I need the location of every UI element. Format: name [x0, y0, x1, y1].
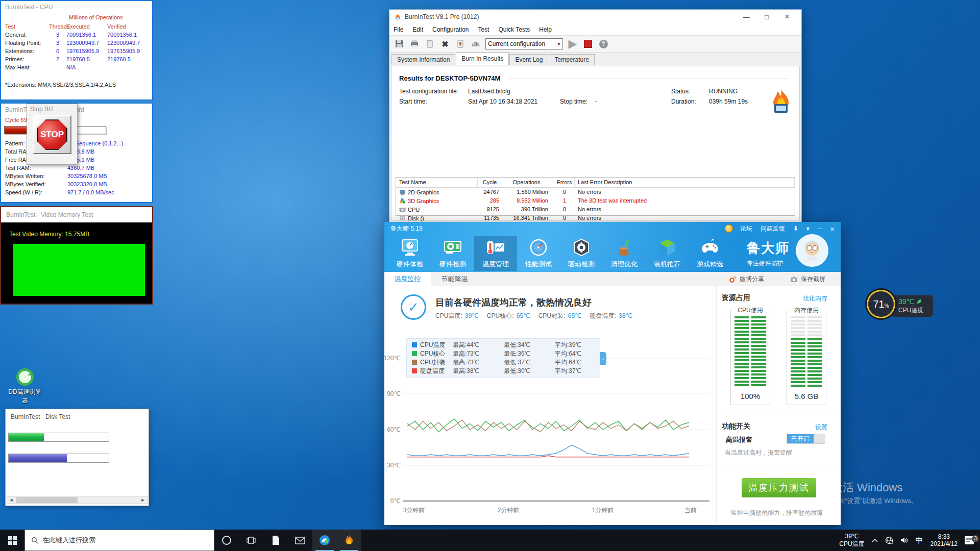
- taskbar: 在此键入进行搜索 39℃ CPU温度 中 8:33 2021/4/12 3: [0, 530, 980, 551]
- stop-tests-button[interactable]: [582, 38, 594, 49]
- menu-item-help[interactable]: Help: [539, 26, 552, 33]
- save-screenshot-button[interactable]: 保存截屏: [790, 272, 825, 286]
- svg-text:90℃: 90℃: [387, 390, 401, 397]
- new-config-icon[interactable]: [424, 38, 435, 49]
- nav-item-label: 清理优化: [611, 260, 638, 269]
- tray-cpu-temp[interactable]: 39℃ CPU温度: [836, 533, 868, 548]
- scroll-right-icon[interactable]: ►: [139, 496, 147, 504]
- nav-item-硬件检测[interactable]: 硬件检测: [431, 236, 474, 271]
- stop-bit-button[interactable]: STOP: [33, 115, 71, 154]
- cpu-row-executed: 219760.5: [66, 55, 107, 63]
- start-tests-button[interactable]: ▶: [567, 38, 578, 49]
- minimize-button[interactable]: —: [736, 13, 756, 21]
- save-report-icon[interactable]: [394, 38, 405, 49]
- high-temp-alarm-toggle[interactable]: 已开启: [787, 434, 825, 444]
- ludashi-sidebar: 资源占用 优化内存 CPU使用 100% 内存使用 5.6 GB 功能开关 设置…: [716, 286, 841, 525]
- svg-text:2分钟前: 2分钟前: [498, 507, 520, 514]
- taskbar-app-document[interactable]: [263, 530, 288, 551]
- table-row[interactable]: 2D Graphics247671.560 Million0No errors: [396, 188, 795, 196]
- cpu-usage-value: 100%: [731, 392, 770, 400]
- taskbar-app-mail[interactable]: [288, 530, 312, 551]
- menu-item-quick-tests[interactable]: Quick Tests: [498, 26, 530, 33]
- desktop-icon-dd-browser[interactable]: DD高速浏览 器: [5, 368, 45, 405]
- tab-burn-in-results[interactable]: Burn In Results: [456, 53, 509, 65]
- maximize-button[interactable]: □: [756, 13, 777, 21]
- nav-item-驱动检测[interactable]: 驱动检测: [560, 236, 603, 271]
- legend-max: 最高:73℃: [453, 349, 504, 358]
- driver-detect-icon: [571, 237, 592, 258]
- stop-time-label: Stop time:: [560, 98, 587, 105]
- network-globe-icon[interactable]: [881, 536, 897, 544]
- tray-chevron-icon[interactable]: [868, 538, 881, 542]
- optimize-memory-link[interactable]: 优化内存: [803, 294, 827, 303]
- cpu-window-title: BurnInTest - CPU: [5, 4, 53, 11]
- gauge-icon[interactable]: [470, 38, 481, 49]
- temperature-stress-test-button[interactable]: 温度压力测试: [742, 478, 816, 497]
- tab-system-information[interactable]: System Information: [391, 54, 455, 65]
- cpu-row-label: Extensions:: [5, 47, 49, 55]
- scroll-left-icon[interactable]: ◄: [7, 496, 15, 504]
- help-icon[interactable]: ?: [598, 38, 609, 49]
- settings-link[interactable]: 设置: [815, 423, 827, 432]
- cpu-row-label: Floating Point:: [5, 39, 49, 47]
- clock[interactable]: 8:33 2021/4/12: [927, 533, 961, 547]
- mascot-avatar[interactable]: [796, 234, 828, 267]
- lu-minimize-button[interactable]: ─: [818, 225, 822, 232]
- close-button[interactable]: ×: [777, 12, 797, 21]
- taskbar-app-ludashi[interactable]: [312, 530, 337, 551]
- results-col-header: Cycle: [478, 178, 502, 187]
- cpu-usage-widget[interactable]: 71 %: [867, 290, 895, 318]
- nav-item-装机推荐[interactable]: 装机推荐: [646, 236, 689, 271]
- menu-item-configuration[interactable]: Configuration: [432, 26, 469, 33]
- nav-item-温度管理[interactable]: 温度管理: [474, 236, 517, 271]
- test-name-cell: 3D Graphics: [396, 196, 478, 205]
- nav-item-游戏精选[interactable]: 游戏精选: [689, 236, 731, 271]
- lu-close-button[interactable]: ×: [830, 224, 835, 233]
- table-row[interactable]: 3D Graphics2858.552 Million1The 3D test …: [396, 196, 795, 205]
- legend-collapse-icon[interactable]: ‹: [600, 352, 606, 365]
- configuration-select[interactable]: Current configuration ▾: [485, 38, 563, 49]
- notification-center-button[interactable]: 3: [961, 536, 980, 544]
- download-icon[interactable]: ⬇: [793, 225, 798, 232]
- tab-温度监控[interactable]: 温度监控: [384, 272, 431, 286]
- taskbar-search[interactable]: 在此键入进行搜索: [24, 530, 214, 551]
- nav-item-清理优化[interactable]: 清理优化: [603, 236, 646, 271]
- nav-item-性能测试[interactable]: 性能测试: [517, 236, 560, 271]
- error-desc-cell: No errors: [575, 188, 795, 196]
- scrollbar-thumb[interactable]: [16, 497, 78, 503]
- ram-field-value: 4845.1 MB: [67, 156, 151, 164]
- tab-temperature[interactable]: Temperature: [549, 54, 594, 65]
- cpu-row-threads: 3: [49, 39, 66, 47]
- volume-icon[interactable]: [897, 537, 912, 544]
- print-icon[interactable]: [409, 38, 420, 49]
- delete-icon[interactable]: ✖: [439, 38, 451, 49]
- disk-scrollbar[interactable]: ◄ ►: [7, 496, 148, 504]
- task-view-button[interactable]: [239, 530, 263, 551]
- tab-节能降温[interactable]: 节能降温: [431, 272, 478, 286]
- window-burnintest-main: BurnInTest V8.1 Pro (1012) — □ × FileEdi…: [389, 9, 802, 222]
- medal-icon[interactable]: [725, 224, 733, 233]
- nav-item-硬件体检[interactable]: 硬件体检: [388, 236, 431, 271]
- tab-event-log[interactable]: Event Log: [509, 54, 548, 65]
- menu-caret-icon[interactable]: ▾: [806, 225, 810, 232]
- cycle-cell: 11735: [478, 214, 502, 222]
- cpu-ops-header: Millions of Operations: [69, 14, 123, 20]
- taskbar-app-burnintest[interactable]: [337, 530, 361, 551]
- weibo-share-button[interactable]: 微博分享: [729, 272, 764, 286]
- menu-item-edit[interactable]: Edit: [412, 26, 423, 33]
- menu-item-file[interactable]: File: [394, 26, 403, 33]
- operations-cell: 1.560 Million: [502, 188, 551, 196]
- table-row[interactable]: CPU9125390 Trillion0No errors: [396, 205, 795, 214]
- dd-browser-label-line1: DD高速浏览: [5, 388, 45, 396]
- cortana-button[interactable]: [214, 530, 239, 551]
- start-button[interactable]: [0, 530, 24, 551]
- ime-indicator[interactable]: 中: [912, 536, 927, 545]
- menu-item-test[interactable]: Test: [478, 26, 489, 33]
- errors-cell: 0: [551, 214, 575, 222]
- certificate-icon[interactable]: [455, 38, 466, 49]
- feedback-link[interactable]: 问题反馈: [761, 224, 785, 233]
- cpu-temp-widget-tag[interactable]: 39℃ CPU温度: [891, 295, 934, 317]
- table-row[interactable]: Disk ()1173516.341 Trillion0No errors: [396, 214, 795, 222]
- forum-link[interactable]: 论坛: [740, 224, 752, 233]
- disk-progress-fill-1: [9, 433, 44, 441]
